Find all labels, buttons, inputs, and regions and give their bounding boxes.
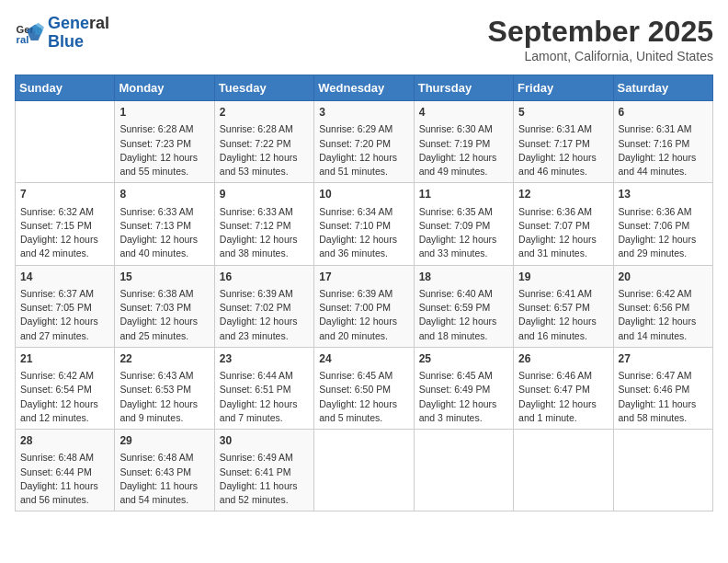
- day-header-sunday: Sunday: [16, 75, 115, 101]
- day-info: Sunrise: 6:46 AM Sunset: 6:47 PM Dayligh…: [518, 369, 608, 425]
- day-header-tuesday: Tuesday: [214, 75, 313, 101]
- calendar-cell: 17Sunrise: 6:39 AM Sunset: 7:00 PM Dayli…: [314, 265, 414, 347]
- day-number: 8: [119, 187, 209, 202]
- calendar-cell: 19Sunrise: 6:41 AM Sunset: 6:57 PM Dayli…: [514, 265, 613, 347]
- calendar-week-1: 1Sunrise: 6:28 AM Sunset: 7:23 PM Daylig…: [16, 101, 713, 183]
- day-number: 1: [119, 105, 209, 121]
- calendar-cell: 3Sunrise: 6:29 AM Sunset: 7:20 PM Daylig…: [314, 101, 414, 183]
- day-number: 19: [518, 270, 608, 285]
- calendar-cell: 25Sunrise: 6:45 AM Sunset: 6:49 PM Dayli…: [414, 347, 513, 429]
- day-header-saturday: Saturday: [613, 75, 712, 101]
- calendar-cell: [314, 430, 414, 511]
- day-header-thursday: Thursday: [414, 75, 513, 101]
- day-info: Sunrise: 6:47 AM Sunset: 6:46 PM Dayligh…: [619, 369, 708, 425]
- calendar-cell: 10Sunrise: 6:34 AM Sunset: 7:10 PM Dayli…: [314, 183, 414, 265]
- calendar-cell: 11Sunrise: 6:35 AM Sunset: 7:09 PM Dayli…: [414, 183, 513, 265]
- day-number: 26: [518, 351, 608, 367]
- day-info: Sunrise: 6:41 AM Sunset: 6:57 PM Dayligh…: [518, 287, 608, 343]
- day-info: Sunrise: 6:48 AM Sunset: 6:44 PM Dayligh…: [20, 451, 109, 507]
- calendar-cell: [613, 430, 712, 511]
- logo-icon: Gene ral: [15, 18, 44, 48]
- day-info: Sunrise: 6:40 AM Sunset: 6:59 PM Dayligh…: [419, 287, 508, 343]
- day-number: 28: [20, 433, 109, 449]
- day-info: Sunrise: 6:39 AM Sunset: 7:00 PM Dayligh…: [319, 287, 408, 343]
- calendar-cell: 9Sunrise: 6:33 AM Sunset: 7:12 PM Daylig…: [214, 183, 313, 265]
- day-number: 17: [319, 270, 408, 285]
- calendar-cell: 18Sunrise: 6:40 AM Sunset: 6:59 PM Dayli…: [414, 265, 513, 347]
- calendar-cell: 21Sunrise: 6:42 AM Sunset: 6:54 PM Dayli…: [16, 347, 115, 429]
- calendar-cell: 27Sunrise: 6:47 AM Sunset: 6:46 PM Dayli…: [613, 347, 712, 429]
- calendar-cell: 6Sunrise: 6:31 AM Sunset: 7:16 PM Daylig…: [613, 101, 712, 183]
- day-number: 4: [419, 105, 508, 121]
- day-info: Sunrise: 6:42 AM Sunset: 6:56 PM Dayligh…: [619, 287, 708, 343]
- main-title: September 2025: [488, 15, 713, 49]
- calendar-table: SundayMondayTuesdayWednesdayThursdayFrid…: [15, 75, 713, 511]
- day-info: Sunrise: 6:43 AM Sunset: 6:53 PM Dayligh…: [119, 369, 209, 425]
- day-number: 14: [20, 270, 109, 285]
- calendar-cell: [514, 430, 613, 511]
- day-info: Sunrise: 6:31 AM Sunset: 7:17 PM Dayligh…: [518, 122, 608, 178]
- day-number: 16: [220, 270, 309, 285]
- calendar-cell: 15Sunrise: 6:38 AM Sunset: 7:03 PM Dayli…: [115, 265, 214, 347]
- calendar-cell: 13Sunrise: 6:36 AM Sunset: 7:06 PM Dayli…: [613, 183, 712, 265]
- day-info: Sunrise: 6:30 AM Sunset: 7:19 PM Dayligh…: [419, 122, 508, 178]
- day-info: Sunrise: 6:49 AM Sunset: 6:41 PM Dayligh…: [220, 451, 309, 507]
- day-header-monday: Monday: [115, 75, 214, 101]
- day-number: 15: [119, 270, 209, 285]
- day-number: 12: [518, 187, 608, 202]
- day-info: Sunrise: 6:39 AM Sunset: 7:02 PM Dayligh…: [220, 287, 309, 343]
- calendar-cell: 16Sunrise: 6:39 AM Sunset: 7:02 PM Dayli…: [214, 265, 313, 347]
- day-info: Sunrise: 6:29 AM Sunset: 7:20 PM Dayligh…: [319, 122, 408, 178]
- day-info: Sunrise: 6:42 AM Sunset: 6:54 PM Dayligh…: [20, 369, 109, 425]
- day-info: Sunrise: 6:36 AM Sunset: 7:06 PM Dayligh…: [619, 205, 708, 261]
- day-info: Sunrise: 6:33 AM Sunset: 7:12 PM Dayligh…: [220, 205, 309, 261]
- day-info: Sunrise: 6:45 AM Sunset: 6:50 PM Dayligh…: [319, 369, 408, 425]
- day-number: 9: [220, 187, 309, 202]
- calendar-week-5: 28Sunrise: 6:48 AM Sunset: 6:44 PM Dayli…: [16, 430, 713, 511]
- day-number: 24: [319, 351, 408, 367]
- calendar-cell: 26Sunrise: 6:46 AM Sunset: 6:47 PM Dayli…: [514, 347, 613, 429]
- day-number: 6: [619, 105, 708, 121]
- calendar-cell: 8Sunrise: 6:33 AM Sunset: 7:13 PM Daylig…: [115, 183, 214, 265]
- calendar-cell: [414, 430, 513, 511]
- calendar-week-4: 21Sunrise: 6:42 AM Sunset: 6:54 PM Dayli…: [16, 347, 713, 429]
- calendar-week-2: 7Sunrise: 6:32 AM Sunset: 7:15 PM Daylig…: [16, 183, 713, 265]
- day-number: 21: [20, 351, 109, 367]
- day-info: Sunrise: 6:34 AM Sunset: 7:10 PM Dayligh…: [319, 205, 408, 261]
- calendar-cell: 1Sunrise: 6:28 AM Sunset: 7:23 PM Daylig…: [115, 101, 214, 183]
- day-number: 3: [319, 105, 408, 121]
- calendar-cell: 7Sunrise: 6:32 AM Sunset: 7:15 PM Daylig…: [16, 183, 115, 265]
- calendar-cell: 5Sunrise: 6:31 AM Sunset: 7:17 PM Daylig…: [514, 101, 613, 183]
- calendar-cell: 22Sunrise: 6:43 AM Sunset: 6:53 PM Dayli…: [115, 347, 214, 429]
- calendar-cell: 20Sunrise: 6:42 AM Sunset: 6:56 PM Dayli…: [613, 265, 712, 347]
- day-info: Sunrise: 6:35 AM Sunset: 7:09 PM Dayligh…: [419, 205, 508, 261]
- title-block: September 2025 Lamont, California, Unite…: [488, 15, 713, 63]
- day-number: 2: [220, 105, 309, 121]
- calendar-cell: 24Sunrise: 6:45 AM Sunset: 6:50 PM Dayli…: [314, 347, 414, 429]
- day-number: 11: [419, 187, 508, 202]
- calendar-week-3: 14Sunrise: 6:37 AM Sunset: 7:05 PM Dayli…: [16, 265, 713, 347]
- day-number: 10: [319, 187, 408, 202]
- day-number: 23: [220, 351, 309, 367]
- calendar-cell: 23Sunrise: 6:44 AM Sunset: 6:51 PM Dayli…: [214, 347, 313, 429]
- day-info: Sunrise: 6:45 AM Sunset: 6:49 PM Dayligh…: [419, 369, 508, 425]
- day-info: Sunrise: 6:38 AM Sunset: 7:03 PM Dayligh…: [119, 287, 209, 343]
- day-number: 29: [119, 433, 209, 449]
- calendar-cell: 4Sunrise: 6:30 AM Sunset: 7:19 PM Daylig…: [414, 101, 513, 183]
- page-header: Gene ral GeneralBlue September 2025 Lamo…: [15, 15, 713, 63]
- day-info: Sunrise: 6:36 AM Sunset: 7:07 PM Dayligh…: [518, 205, 608, 261]
- day-info: Sunrise: 6:28 AM Sunset: 7:22 PM Dayligh…: [220, 122, 309, 178]
- svg-text:ral: ral: [17, 34, 29, 45]
- day-number: 30: [220, 433, 309, 449]
- day-info: Sunrise: 6:44 AM Sunset: 6:51 PM Dayligh…: [220, 369, 309, 425]
- day-number: 13: [619, 187, 708, 202]
- day-number: 27: [619, 351, 708, 367]
- day-header-friday: Friday: [514, 75, 613, 101]
- day-info: Sunrise: 6:48 AM Sunset: 6:43 PM Dayligh…: [119, 451, 209, 507]
- day-number: 18: [419, 270, 508, 285]
- day-info: Sunrise: 6:33 AM Sunset: 7:13 PM Dayligh…: [119, 205, 209, 261]
- day-number: 5: [518, 105, 608, 121]
- day-number: 7: [20, 187, 109, 202]
- calendar-cell: 30Sunrise: 6:49 AM Sunset: 6:41 PM Dayli…: [214, 430, 313, 511]
- calendar-cell: [16, 101, 115, 183]
